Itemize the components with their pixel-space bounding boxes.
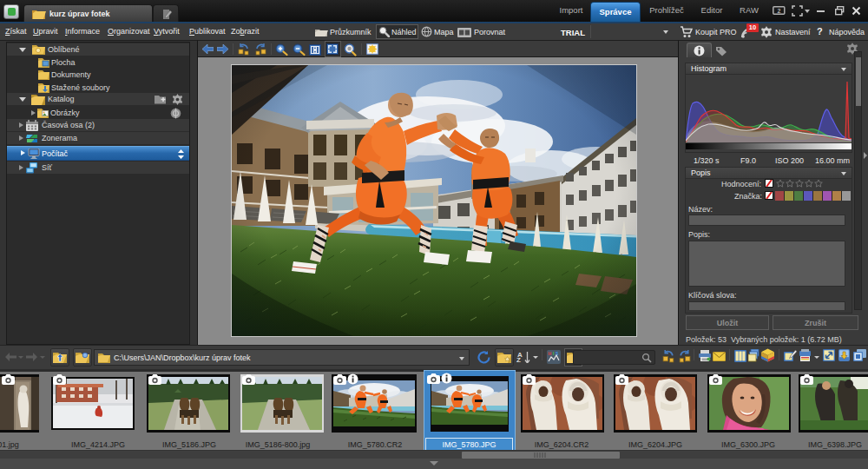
svg-text:2: 2 bbox=[777, 8, 780, 14]
svg-text:H: H bbox=[549, 351, 552, 356]
